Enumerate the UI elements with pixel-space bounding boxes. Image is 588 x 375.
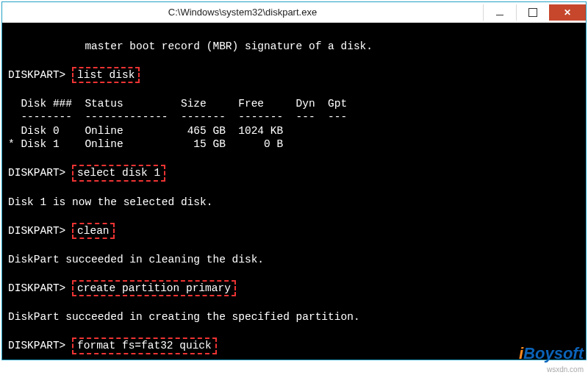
msg-selected: Disk 1 is now the selected disk.	[8, 196, 212, 208]
msg-progress: 100 percent completed	[8, 368, 155, 375]
window-title: C:\Windows\system32\diskpart.exe	[2, 7, 483, 18]
cmd-list-disk: list disk	[72, 67, 140, 84]
terminal-output[interactable]: master boot record (MBR) signature of a …	[2, 23, 586, 375]
prompt: DISKPART>	[8, 225, 65, 237]
prompt: DISKPART>	[8, 282, 65, 294]
table-header: Disk ### Status Size Free Dyn Gpt	[8, 98, 347, 110]
msg-cleaned: DiskPart succeeded in cleaning the disk.	[8, 254, 264, 265]
table-row: Disk 0 Online 465 GB 1024 KB	[8, 125, 283, 137]
diskpart-window: C:\Windows\system32\diskpart.exe master …	[1, 1, 587, 360]
prompt: DISKPART>	[8, 69, 65, 81]
cmd-select-disk: select disk 1	[72, 165, 165, 182]
source-mark: wsxdn.com	[547, 365, 584, 374]
msg-created: DiskPart succeeded in creating the speci…	[8, 311, 360, 323]
header-line: master boot record (MBR) signature of a …	[8, 40, 373, 52]
cmd-create-partition: create partition primary	[72, 280, 236, 297]
minimize-button[interactable]	[483, 4, 516, 21]
table-row: * Disk 1 Online 15 GB 0 B	[8, 138, 283, 150]
close-button[interactable]	[549, 4, 586, 21]
prompt: DISKPART>	[8, 340, 65, 351]
table-divider: -------- ------------- ------- ------- -…	[8, 111, 347, 123]
maximize-button[interactable]	[516, 4, 549, 21]
titlebar: C:\Windows\system32\diskpart.exe	[2, 2, 586, 23]
cmd-format: format fs=fat32 quick	[72, 338, 217, 354]
brand-watermark: iBoysoft	[519, 344, 584, 363]
cmd-clean: clean	[72, 223, 115, 240]
prompt: DISKPART>	[8, 167, 65, 179]
